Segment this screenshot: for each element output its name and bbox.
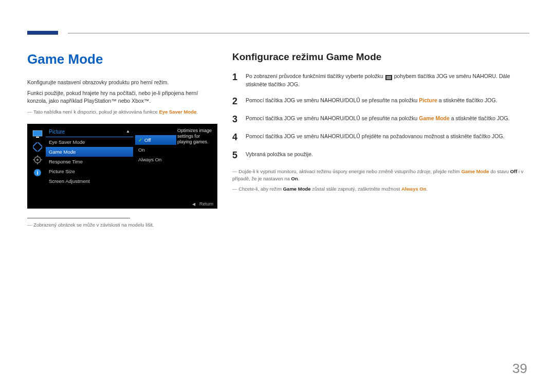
note-text: zůstal stále zapnutý, zaškrtněte možnost [311,186,401,192]
header-rule [68,33,529,33]
gear-icon [32,154,43,165]
osd-option-on: On [135,145,176,155]
right-column: Konfigurace režimu Game Mode 1 Po zobraz… [232,51,528,193]
chevron-up-icon: ▲ [126,129,130,134]
step-text: Pomocí tlačítka JOG ve směru NAHORU/DOLŮ… [246,96,497,107]
footnote-rule [27,218,130,218]
keyword-off: Off [510,169,517,174]
note-text: Chcete-li, aby režim [238,186,283,192]
header-accent [27,31,58,35]
osd-sidebar: i [30,127,45,180]
footnote-image: Zobrazený obrázek se může v závislosti n… [27,221,217,229]
step-text-pre: Po zobrazení průvodce funkčními tlačítky… [246,73,385,79]
frame-icon [32,141,43,153]
step-5: 5 Vybraná položka se použije. [232,150,528,161]
osd-row-picture-size: Picture Size [46,166,133,176]
svg-rect-12 [386,76,391,77]
check-icon: ✓ [138,137,142,143]
keyword-game-mode: Game Mode [461,169,489,174]
step-text-post: a stiskněte tlačítko JOG. [437,97,497,103]
osd-menu-header: Picture ▲ [46,127,133,137]
step-text: Vybraná položka se použije. [246,150,313,161]
step-text: Po zobrazení průvodce funkčními tlačítky… [246,72,528,89]
note-eye-saver: Tato nabídka není k dispozici, pokud je … [27,108,217,116]
note-text-pre: Tato nabídka není k dispozici, pokud je … [33,109,159,115]
osd-option-off-label: Off [144,137,151,143]
step-text: Pomocí tlačítka JOG ve směru NAHORU/DOLŮ… [246,132,505,143]
osd-row-eye-saver: Eye Saver Mode [46,137,133,147]
osd-return-label: Return [199,201,213,207]
osd-submenu: ✓Off On Always On [135,135,176,164]
note-always-on: Chcete-li, aby režim Game Mode zůstal st… [232,185,528,193]
osd-option-always-on: Always On [135,155,176,164]
keyword-always-on: Always On [401,186,427,192]
step-4: 4 Pomocí tlačítka JOG ve směru NAHORU/DO… [232,132,528,143]
page-title: Game Mode [27,51,217,67]
keyword-game-mode: Game Mode [283,186,311,192]
osd-menu: Picture ▲ Eye Saver Mode Game Mode Respo… [46,127,133,186]
svg-rect-1 [36,137,39,138]
note-text-post: . [196,109,198,115]
intro-paragraph-2: Funkci použijte, pokud hrajete hry na po… [27,89,217,105]
step-number: 2 [232,96,246,107]
monitor-icon [32,128,43,140]
keyword-game-mode: Game Mode [419,115,450,121]
step-text: Pomocí tlačítka JOG ve směru NAHORU/DOLŮ… [246,114,510,125]
intro-paragraph-1: Konfigurujte nastavení obrazovky produkt… [27,79,217,86]
menu-icon [385,74,392,79]
chevron-left-icon: ◀ [192,202,195,207]
step-2: 2 Pomocí tlačítka JOG ve směru NAHORU/DO… [232,96,528,107]
footnote-text: Zobrazený obrázek se může v závislosti n… [33,222,154,228]
osd-row-screen-adjustment: Screen Adjustment [46,176,133,186]
info-icon: i [32,167,43,178]
osd-screenshot: i Picture ▲ Eye Saver Mode Game Mode Res… [27,124,217,209]
osd-row-game-mode: Game Mode [46,147,133,157]
steps-list: 1 Po zobrazení průvodce funkčními tlačít… [232,72,528,161]
step-number: 5 [232,150,246,161]
note-text: . [298,176,300,181]
svg-point-4 [36,159,39,161]
osd-footer: ◀Return [192,201,213,207]
step-number: 1 [232,72,246,89]
note-text: Dojde-li k vypnutí monitoru, aktivaci re… [238,169,461,174]
page-number: 39 [512,361,527,377]
osd-header-label: Picture [49,129,65,135]
step-number: 3 [232,114,246,125]
step-text-pre: Pomocí tlačítka JOG ve směru NAHORU/DOLŮ… [246,115,419,121]
keyword-on: On [291,176,298,181]
left-column: Game Mode Konfigurujte nastavení obrazov… [27,51,217,229]
note-power-off: Dojde-li k vypnutí monitoru, aktivaci re… [232,168,528,183]
step-number: 4 [232,132,246,143]
step-text-pre: Pomocí tlačítka JOG ve směru NAHORU/DOLŮ… [246,97,419,103]
osd-row-response-time: Response Time [46,157,133,166]
svg-rect-13 [386,78,391,78]
section-subtitle: Konfigurace režimu Game Mode [232,51,528,63]
svg-rect-2 [33,142,42,152]
svg-text:i: i [37,170,39,176]
osd-help-text: Optimizes image settings for playing gam… [176,127,214,146]
step-text-post: a stiskněte tlačítko JOG. [450,115,510,121]
keyword-picture: Picture [419,97,437,103]
svg-rect-14 [386,79,391,79]
step-1: 1 Po zobrazení průvodce funkčními tlačít… [232,72,528,89]
svg-rect-0 [33,130,42,136]
note-text: do stavu [489,169,510,174]
osd-option-off: ✓Off [135,135,176,145]
keyword-eye-saver-mode: Eye Saver Mode [159,109,196,115]
step-3: 3 Pomocí tlačítka JOG ve směru NAHORU/DO… [232,114,528,125]
note-text: . [427,186,428,192]
